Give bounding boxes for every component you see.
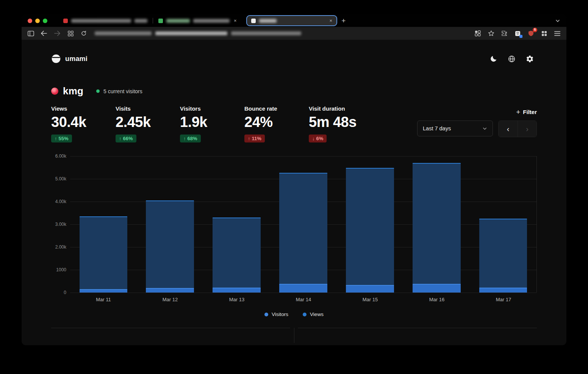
bar-visitors-mar-15 — [346, 285, 394, 293]
reload-icon[interactable] — [80, 30, 88, 37]
filter-button[interactable]: + Filter — [516, 106, 537, 117]
change-badge: ↓6% — [309, 135, 327, 142]
language-button[interactable] — [504, 52, 519, 66]
legend-item-visitors[interactable]: Visitors — [264, 311, 288, 317]
tab-favicon — [251, 19, 256, 23]
chart-legend: VisitorsViews — [51, 311, 537, 317]
blurred-url-text — [155, 31, 227, 35]
legend-dot-icon — [303, 313, 307, 316]
previous-period-button[interactable]: ‹ — [499, 121, 518, 137]
arrow-up-icon: ↑ — [55, 136, 57, 141]
forward-button[interactable] — [53, 30, 61, 37]
live-visitors-label: 5 current visitors — [103, 88, 142, 94]
report-panel-right — [298, 328, 537, 343]
site-favicon — [51, 88, 58, 95]
bar-views-mar-12 — [146, 200, 194, 293]
toolbar-extensions: 5 — [474, 30, 561, 37]
back-button[interactable] — [40, 30, 48, 37]
blurred-tab-title — [259, 19, 277, 23]
y-axis-tick: 5.00k — [55, 176, 66, 182]
y-axis-tick: 4.00k — [55, 199, 66, 204]
x-axis-tick: Mar 14 — [270, 297, 337, 302]
bar-views-mar-11 — [80, 216, 128, 293]
arrow-up-icon: ↑ — [248, 136, 250, 141]
extension-puzzle-icon[interactable] — [500, 30, 508, 37]
umami-dashboard: umami kmg 5 current visitors — [22, 40, 566, 345]
close-window-button[interactable] — [28, 19, 32, 23]
bar-visitors-mar-16 — [413, 284, 461, 293]
metric-label: Visit duration — [309, 105, 373, 112]
blurred-tab-title — [166, 19, 190, 23]
change-badge: ↑55% — [51, 135, 72, 142]
date-pager: ‹ › — [498, 120, 537, 137]
change-badge: ↑11% — [244, 135, 265, 142]
address-bar[interactable] — [95, 31, 301, 35]
bar-views-mar-15 — [346, 168, 394, 293]
chart-controls: + Filter Last 7 days ‹ › — [417, 106, 537, 137]
y-axis-tick: 3.00k — [55, 222, 66, 227]
reports-section — [51, 328, 537, 343]
browser-tab-active[interactable]: × — [247, 16, 337, 26]
y-axis-tick: 2.00k — [55, 244, 66, 250]
next-period-button[interactable]: › — [518, 121, 536, 137]
bar-views-mar-16 — [413, 163, 461, 293]
metric-visit-duration: Visit duration5m 48s↓6% — [309, 105, 373, 142]
x-axis-tick: Mar 16 — [403, 297, 470, 302]
gear-icon — [526, 55, 534, 63]
settings-button[interactable] — [522, 52, 537, 66]
blurred-url-text — [231, 31, 301, 35]
metric-value: 30.4k — [51, 114, 116, 130]
blurred-tab-title — [134, 19, 147, 23]
legend-label: Visitors — [272, 311, 288, 317]
dashboard-grid-icon[interactable] — [67, 30, 74, 37]
close-tab-icon[interactable]: × — [234, 18, 237, 23]
bar-visitors-mar-14 — [279, 284, 327, 293]
change-badge: ↑66% — [116, 135, 136, 142]
bar-views-mar-17 — [479, 219, 527, 293]
tab-search-button[interactable] — [555, 18, 560, 23]
theme-toggle-button[interactable] — [486, 52, 500, 66]
metrics-section: Views30.4k↑55%Visits2.45k↑66%Visitors1.9… — [51, 105, 537, 146]
chevron-down-icon — [482, 126, 487, 131]
metric-value: 5m 48s — [309, 114, 373, 130]
bar-views-mar-14 — [279, 173, 327, 293]
x-axis-tick: Mar 12 — [137, 297, 203, 302]
shield-extension-icon[interactable]: 5 — [527, 30, 535, 37]
translate-extension-icon[interactable] — [514, 30, 521, 37]
panel-divider — [294, 328, 294, 343]
y-axis-tick: 6.00k — [55, 153, 66, 159]
tab-strip: × × + — [22, 14, 566, 27]
bookmark-star-icon[interactable] — [487, 30, 495, 37]
sidebar-toggle-icon[interactable] — [27, 30, 34, 37]
tab-separator — [153, 18, 153, 23]
umami-brand[interactable]: umami — [51, 54, 88, 64]
apps-grid-icon[interactable] — [540, 30, 548, 37]
bar-visitors-mar-11 — [80, 289, 128, 293]
blurred-url-text — [95, 31, 152, 35]
chart-x-axis: Mar 11Mar 12Mar 13Mar 14Mar 15Mar 16Mar … — [70, 297, 537, 302]
metric-label: Bounce rate — [244, 105, 309, 112]
new-tab-button[interactable]: + — [341, 17, 346, 24]
header-actions — [486, 52, 537, 66]
y-axis-tick: 0 — [64, 290, 66, 295]
minimize-window-button[interactable] — [35, 19, 40, 23]
y-axis-tick: 1000 — [56, 267, 66, 272]
zoom-window-button[interactable] — [43, 19, 47, 23]
menu-hamburger-icon[interactable] — [554, 30, 561, 37]
blurred-tab-title — [71, 19, 131, 23]
x-axis-tick: Mar 15 — [337, 297, 403, 302]
tab-groups-icon[interactable] — [474, 30, 482, 37]
metric-label: Visitors — [180, 105, 244, 112]
translate-badge — [519, 35, 522, 38]
date-range-dropdown[interactable]: Last 7 days — [417, 120, 493, 136]
globe-icon — [508, 55, 516, 63]
blurred-tab-title — [193, 19, 230, 23]
browser-tab-1[interactable] — [59, 16, 152, 26]
metric-value: 1.9k — [180, 114, 244, 130]
site-name[interactable]: kmg — [63, 85, 83, 97]
gridline — [70, 293, 536, 293]
live-visitors: 5 current visitors — [96, 88, 142, 94]
browser-tab-2[interactable]: × — [154, 16, 241, 26]
legend-item-views[interactable]: Views — [303, 311, 324, 317]
close-tab-icon[interactable]: × — [330, 18, 333, 23]
